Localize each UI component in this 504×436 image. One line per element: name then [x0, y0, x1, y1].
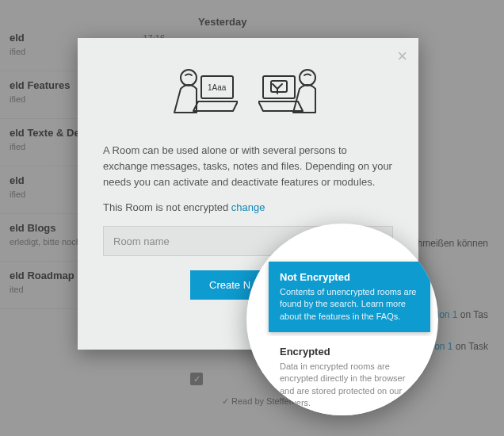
option-title: Encrypted — [280, 346, 419, 358]
svg-text:1Aaa: 1Aaa — [208, 83, 227, 92]
svg-point-0 — [181, 70, 197, 86]
option-not-encrypted[interactable]: Not Encrypted Contents of unencrypted ro… — [269, 262, 430, 332]
change-encryption-link[interactable]: change — [231, 201, 265, 213]
encryption-status-text: This Room is not encrypted — [103, 201, 231, 213]
encryption-options-popover: Not Encrypted Contents of unencrypted ro… — [246, 224, 438, 415]
modal-description: A Room can be used alone or with several… — [103, 143, 393, 190]
encryption-status-line: This Room is not encrypted change — [103, 201, 393, 213]
svg-point-3 — [300, 70, 315, 86]
modal-illustration: 1Aaa — [103, 65, 393, 122]
option-description: Contents of unencrypted rooms are found … — [280, 286, 419, 323]
option-title: Not Encrypted — [280, 271, 419, 283]
person-laptop-right-icon — [258, 65, 326, 122]
close-icon[interactable]: × — [397, 48, 407, 65]
person-laptop-left-icon: 1Aaa — [170, 65, 238, 122]
